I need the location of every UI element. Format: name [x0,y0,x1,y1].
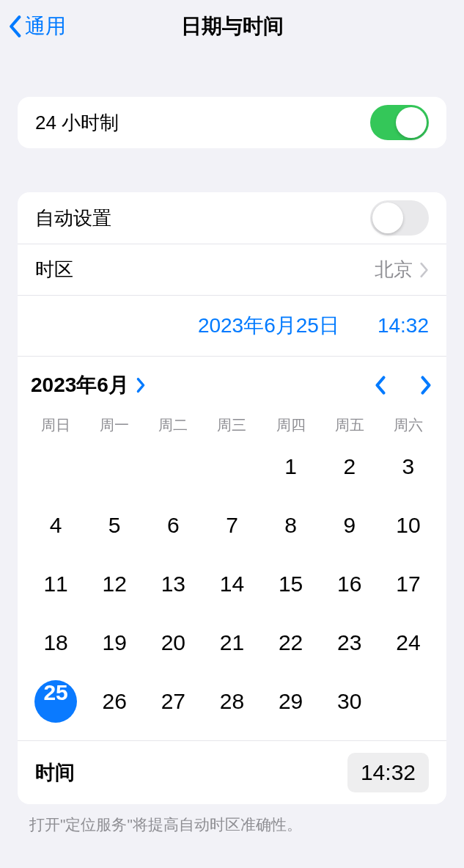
calendar-day-empty [26,445,85,488]
time-label: 时间 [35,759,75,786]
calendar-day[interactable]: 5 [85,504,144,547]
timezone-value: 北京 [375,257,413,282]
weekday-label: 周二 [144,415,202,435]
calendar-day[interactable]: 9 [320,504,379,547]
calendar-day[interactable]: 26 [85,680,144,723]
calendar-day[interactable]: 29 [262,680,320,723]
calendar-day-selected[interactable]: 25 [34,680,77,723]
weekday-label: 周日 [26,415,85,435]
time-format-switch[interactable] [370,105,429,140]
calendar-day[interactable]: 12 [85,563,144,605]
calendar-day-empty [202,445,261,488]
back-label: 通用 [25,12,66,40]
calendar-day: 25 [26,680,85,723]
timezone-value-container: 北京 [375,257,429,282]
calendar-day[interactable]: 30 [320,680,379,723]
calendar-day[interactable]: 1 [262,445,320,488]
calendar-day[interactable]: 28 [202,680,261,723]
navigation-bar: 通用 日期与时间 [0,0,464,53]
calendar: 2023年6月 周日周一周二周三周四周五周六 12345678910111213… [18,356,446,740]
chevron-right-icon [419,262,429,278]
calendar-month-label: 2023年6月 [31,371,129,399]
calendar-day[interactable]: 2 [320,445,379,488]
calendar-day[interactable]: 11 [26,563,85,605]
calendar-day[interactable]: 10 [379,504,438,547]
switch-knob [396,107,427,138]
back-button[interactable]: 通用 [7,12,66,40]
calendar-day-empty [144,445,202,488]
calendar-day-empty [85,445,144,488]
calendar-days: 1234567891011121314151617181920212223242… [26,445,438,732]
calendar-day[interactable]: 24 [379,621,438,664]
weekday-label: 周四 [262,415,320,435]
page-title: 日期与时间 [0,12,464,40]
calendar-next-button[interactable] [419,374,433,396]
calendar-prev-button[interactable] [373,374,388,396]
calendar-day[interactable]: 15 [262,563,320,605]
settings-group-2: 自动设置 时区 北京 2023年6月25日 14:32 2023年6月 [18,192,446,804]
calendar-day[interactable]: 7 [202,504,261,547]
selected-date-display[interactable]: 2023年6月25日 [198,312,339,340]
calendar-month-button[interactable]: 2023年6月 [31,371,147,399]
time-format-label: 24 小时制 [35,110,119,136]
calendar-day[interactable]: 22 [262,621,320,664]
time-format-row: 24 小时制 [18,97,446,148]
weekday-label: 周五 [320,415,379,435]
auto-set-row: 自动设置 [18,192,446,244]
time-value-pill[interactable]: 14:32 [347,753,429,792]
weekday-label: 周三 [202,415,261,435]
auto-set-label: 自动设置 [35,205,111,231]
calendar-day[interactable]: 23 [320,621,379,664]
calendar-day[interactable]: 6 [144,504,202,547]
calendar-day[interactable]: 21 [202,621,261,664]
calendar-day[interactable]: 27 [144,680,202,723]
footer-note: 打开"定位服务"将提高自动时区准确性。 [29,814,435,835]
calendar-day[interactable]: 19 [85,621,144,664]
calendar-day[interactable]: 8 [262,504,320,547]
calendar-day[interactable]: 3 [379,445,438,488]
calendar-header: 2023年6月 [26,371,438,411]
calendar-day[interactable]: 18 [26,621,85,664]
calendar-day[interactable]: 4 [26,504,85,547]
chevron-left-icon [7,15,22,38]
weekday-label: 周一 [85,415,144,435]
calendar-day[interactable]: 20 [144,621,202,664]
settings-group-1: 24 小时制 [18,97,446,148]
calendar-day[interactable]: 13 [144,563,202,605]
selected-date-time-row: 2023年6月25日 14:32 [18,295,446,356]
calendar-day[interactable]: 14 [202,563,261,605]
calendar-nav [373,374,433,396]
auto-set-switch[interactable] [370,200,429,236]
selected-time-display[interactable]: 14:32 [378,314,429,338]
calendar-day[interactable]: 17 [379,563,438,605]
timezone-label: 时区 [35,257,73,282]
calendar-weekdays: 周日周一周二周三周四周五周六 [26,411,438,445]
chevron-right-icon [135,376,147,394]
switch-knob [372,203,403,233]
time-row: 时间 14:32 [18,740,446,804]
weekday-label: 周六 [379,415,438,435]
calendar-day[interactable]: 16 [320,563,379,605]
timezone-row[interactable]: 时区 北京 [18,244,446,295]
